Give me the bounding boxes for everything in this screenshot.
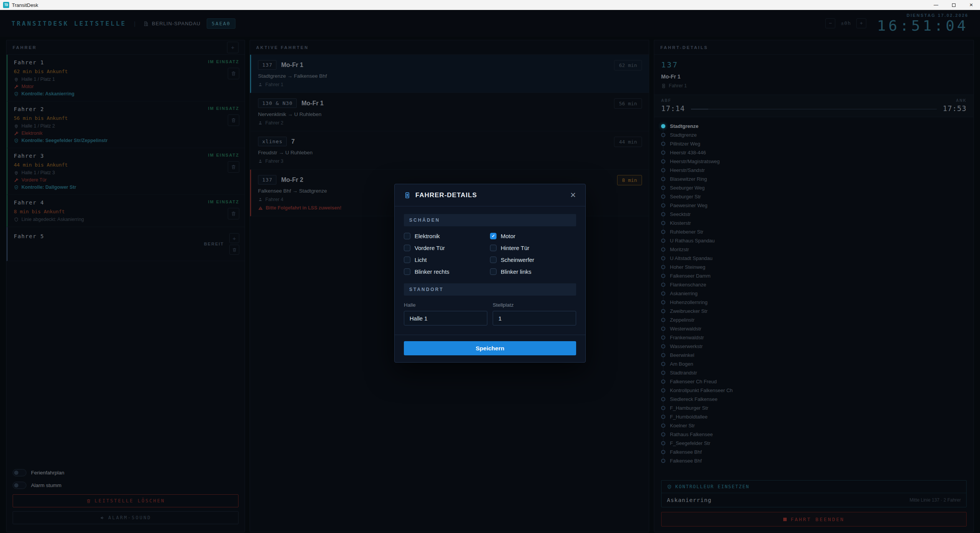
damage-label: Scheinwerfer bbox=[501, 257, 534, 263]
stop-dot-icon bbox=[661, 397, 665, 401]
damage-checkbox-grid: ✓ Elektronik ✓ Motor ✓ Vordere Tür bbox=[404, 233, 576, 275]
stop-dot-icon bbox=[661, 423, 665, 428]
window-title: TransitDesk bbox=[12, 2, 38, 8]
damage-label: Blinker rechts bbox=[415, 268, 449, 275]
stop-dot-icon bbox=[661, 274, 665, 278]
modal-footer: Speichern bbox=[395, 335, 585, 362]
stellplatz-input[interactable] bbox=[493, 311, 576, 325]
damage-checkbox-item[interactable]: ✓ Scheinwerfer bbox=[490, 257, 576, 263]
maximize-icon bbox=[952, 3, 956, 7]
halle-field-label: Halle bbox=[404, 302, 487, 308]
stop-dot-icon bbox=[661, 230, 665, 234]
stop-dot-icon bbox=[661, 283, 665, 287]
check-icon: ✓ bbox=[492, 234, 495, 238]
stop-dot-icon bbox=[661, 203, 665, 208]
stop-dot-icon bbox=[661, 168, 665, 172]
damage-checkbox-item[interactable]: ✓ Blinker rechts bbox=[404, 268, 490, 275]
stop-dot-icon bbox=[661, 291, 665, 296]
stop-dot-icon bbox=[661, 133, 665, 137]
stop-dot-icon bbox=[661, 124, 665, 128]
damages-section-header: SCHÄDEN bbox=[404, 214, 576, 226]
stop-dot-icon bbox=[661, 186, 665, 190]
stop-dot-icon bbox=[661, 415, 665, 419]
stop-dot-icon bbox=[661, 371, 665, 375]
stop-dot-icon bbox=[661, 159, 665, 163]
stop-dot-icon bbox=[661, 247, 665, 252]
location-section-header: STANDORT bbox=[404, 283, 576, 296]
stop-dot-icon bbox=[661, 265, 665, 269]
damage-checkbox-item[interactable]: ✓ Hintere Tür bbox=[490, 245, 576, 251]
stop-dot-icon bbox=[661, 195, 665, 199]
close-button[interactable]: ✕ bbox=[962, 0, 980, 10]
damage-checkbox-item[interactable]: ✓ Vordere Tür bbox=[404, 245, 490, 251]
checkbox-icon[interactable]: ✓ bbox=[404, 268, 410, 275]
stop-dot-icon bbox=[661, 212, 665, 216]
minimize-icon: — bbox=[934, 2, 938, 8]
close-icon: ✕ bbox=[570, 191, 576, 199]
damage-label: Vordere Tür bbox=[415, 245, 445, 251]
stop-dot-icon bbox=[661, 256, 665, 260]
stop-dot-icon bbox=[661, 344, 665, 348]
stop-dot-icon bbox=[661, 459, 665, 463]
stop-dot-icon bbox=[661, 441, 665, 445]
driver-details-modal: FAHRER-DETAILS ✕ SCHÄDEN ✓ Elektronik ✓ … bbox=[394, 184, 586, 363]
stop-dot-icon bbox=[661, 177, 665, 181]
checkbox-icon[interactable]: ✓ bbox=[490, 233, 497, 239]
stop-dot-icon bbox=[661, 239, 665, 243]
checkbox-icon[interactable]: ✓ bbox=[490, 257, 497, 263]
stellplatz-field-label: Stellplatz bbox=[493, 302, 576, 308]
minimize-button[interactable]: — bbox=[927, 0, 945, 10]
modal-close-button[interactable]: ✕ bbox=[570, 191, 576, 199]
checkbox-icon[interactable]: ✓ bbox=[490, 268, 497, 275]
damage-checkbox-item[interactable]: ✓ Licht bbox=[404, 257, 490, 263]
stop-dot-icon bbox=[661, 309, 665, 313]
damage-checkbox-item[interactable]: ✓ Blinker links bbox=[490, 268, 576, 275]
window-controls: — ✕ bbox=[927, 0, 980, 10]
damage-checkbox-item[interactable]: ✓ Elektronik bbox=[404, 233, 490, 239]
damage-checkbox-item[interactable]: ✓ Motor bbox=[490, 233, 576, 239]
save-button[interactable]: Speichern bbox=[404, 341, 576, 355]
stop-dot-icon bbox=[661, 379, 665, 384]
modal-title: FAHRER-DETAILS bbox=[415, 191, 477, 199]
stop-dot-icon bbox=[661, 406, 665, 410]
modal-overlay: FAHRER-DETAILS ✕ SCHÄDEN ✓ Elektronik ✓ … bbox=[0, 10, 980, 533]
stop-dot-icon bbox=[661, 300, 665, 304]
damage-label: Blinker links bbox=[501, 268, 531, 275]
checkbox-icon[interactable]: ✓ bbox=[404, 245, 410, 251]
stop-dot-icon bbox=[661, 150, 665, 155]
close-icon: ✕ bbox=[969, 2, 973, 8]
stop-dot-icon bbox=[661, 221, 665, 225]
app-icon: TD bbox=[3, 2, 9, 8]
halle-input[interactable] bbox=[404, 311, 487, 325]
checkbox-icon[interactable]: ✓ bbox=[404, 257, 410, 263]
id-badge-icon bbox=[404, 192, 411, 199]
stop-dot-icon bbox=[661, 432, 665, 437]
stop-dot-icon bbox=[661, 327, 665, 331]
stop-dot-icon bbox=[661, 388, 665, 392]
damage-label: Hintere Tür bbox=[501, 245, 529, 251]
stop-dot-icon bbox=[661, 450, 665, 454]
damage-label: Motor bbox=[501, 233, 515, 239]
stop-dot-icon bbox=[661, 318, 665, 322]
maximize-button[interactable] bbox=[945, 0, 962, 10]
modal-header: FAHRER-DETAILS ✕ bbox=[395, 184, 585, 206]
stop-dot-icon bbox=[661, 362, 665, 366]
checkbox-icon[interactable]: ✓ bbox=[490, 245, 497, 251]
stop-dot-icon bbox=[661, 353, 665, 357]
stop-dot-icon bbox=[661, 335, 665, 340]
damage-label: Elektronik bbox=[415, 233, 440, 239]
damage-label: Licht bbox=[415, 257, 427, 263]
checkbox-icon[interactable]: ✓ bbox=[404, 233, 410, 239]
titlebar: TD TransitDesk — ✕ bbox=[0, 0, 980, 10]
stop-dot-icon bbox=[661, 142, 665, 146]
